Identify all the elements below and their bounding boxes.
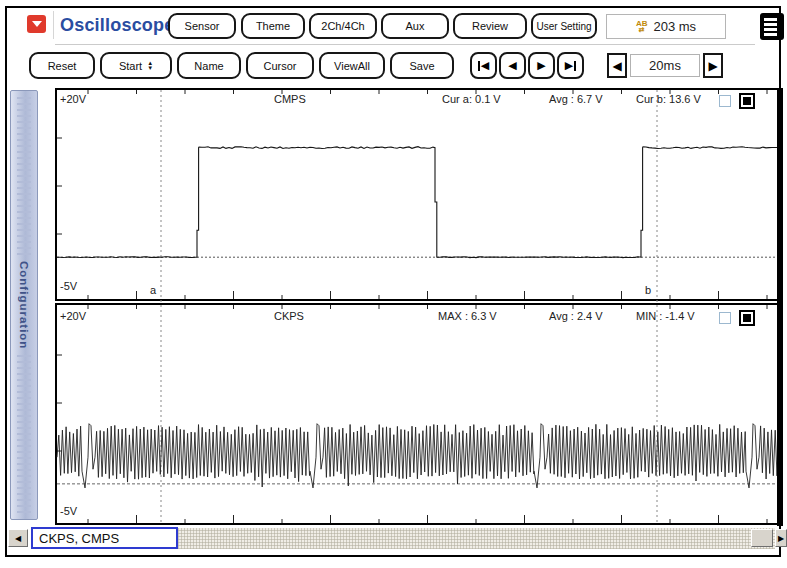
- ch2-checkbox-unchecked[interactable]: [719, 312, 731, 324]
- step-forward-icon: ▶: [537, 59, 545, 72]
- reset-button[interactable]: Reset: [29, 52, 95, 79]
- record-time-value: 203 ms: [653, 19, 696, 34]
- timebase-decrease-button[interactable]: ◀: [607, 53, 627, 78]
- review-button[interactable]: Review: [453, 13, 527, 39]
- skip-end-icon: [574, 61, 576, 71]
- ch2-scale-bottom: -5V: [60, 505, 77, 517]
- cursor-b-label: b: [645, 284, 651, 296]
- toolbar-separator: [53, 11, 54, 39]
- skip-start-button[interactable]: ◀: [470, 52, 497, 79]
- timebase-increase-button[interactable]: ▶: [703, 53, 723, 78]
- viewall-button[interactable]: ViewAll: [319, 52, 385, 79]
- chevron-down-icon: [32, 21, 42, 27]
- timebase-field: 20ms: [630, 54, 700, 77]
- left-arrow-icon: ◀: [612, 59, 621, 73]
- ch1-name: CMPS: [274, 93, 306, 105]
- channel-mode-button[interactable]: 2Ch/4Ch: [309, 13, 377, 39]
- ch1-cursor-a-value: Cur a: 0.1 V: [442, 93, 501, 105]
- ch2-checkbox-checked[interactable]: [739, 310, 755, 326]
- ch1-checkbox-checked[interactable]: [739, 93, 755, 109]
- app-title: Oscilloscope: [60, 15, 174, 36]
- ch2-min-value: MIN : -1.4 V: [636, 310, 695, 322]
- cursor-button[interactable]: Cursor: [246, 52, 314, 79]
- scrollbar-thumb[interactable]: [751, 529, 773, 547]
- scroll-right-button[interactable]: ▶: [775, 529, 787, 547]
- step-back-icon: ◀: [508, 59, 516, 72]
- left-arrow-icon: ◀: [15, 534, 21, 543]
- toolbar-divider: [55, 44, 755, 45]
- name-button[interactable]: Name: [177, 52, 241, 79]
- grip-lines: [17, 355, 31, 513]
- aux-button[interactable]: Aux: [381, 13, 449, 39]
- ch2-max-value: MAX : 6.3 V: [438, 310, 497, 322]
- ch2-scale-top: +20V: [60, 310, 86, 322]
- start-button[interactable]: Start ▲▼: [100, 52, 172, 79]
- right-arrow-icon: ▶: [778, 534, 784, 543]
- ch2-name: CKPS: [274, 310, 304, 322]
- list-menu-icon[interactable]: [760, 13, 784, 40]
- save-button[interactable]: Save: [390, 52, 454, 79]
- app-menu-button[interactable]: [27, 15, 46, 33]
- ch1-checkbox-unchecked[interactable]: [719, 95, 731, 107]
- record-time-display: AB⇄ 203 ms: [606, 14, 726, 39]
- right-arrow-icon: ▶: [708, 59, 717, 73]
- ch2-avg-value: Avg : 2.4 V: [549, 310, 603, 322]
- scroll-left-button[interactable]: ◀: [8, 529, 28, 547]
- configuration-panel-handle[interactable]: Configuration: [10, 90, 38, 520]
- channel-selection-label: CKPS, CMPS: [31, 527, 178, 549]
- grip-lines: [17, 97, 31, 255]
- scope-chart: [55, 88, 783, 528]
- sensor-button[interactable]: Sensor: [168, 13, 236, 39]
- configuration-label: Configuration: [18, 261, 30, 349]
- skip-start-icon: [478, 61, 480, 71]
- skip-end-button[interactable]: ▶: [557, 52, 584, 79]
- ch1-cursor-b-value: Cur b: 13.6 V: [636, 93, 701, 105]
- step-forward-button[interactable]: ▶: [528, 52, 555, 79]
- theme-button[interactable]: Theme: [241, 13, 305, 39]
- ab-cursor-icon: AB⇄: [636, 21, 648, 33]
- start-spinner-icon: ▲▼: [147, 61, 153, 71]
- user-setting-button[interactable]: User Setting: [531, 13, 597, 39]
- step-back-button[interactable]: ◀: [499, 52, 526, 79]
- ch1-scale-top: +20V: [60, 93, 86, 105]
- ch1-scale-bottom: -5V: [60, 280, 77, 292]
- ch1-avg-value: Avg : 6.7 V: [549, 93, 603, 105]
- cursor-a-label: a: [150, 284, 156, 296]
